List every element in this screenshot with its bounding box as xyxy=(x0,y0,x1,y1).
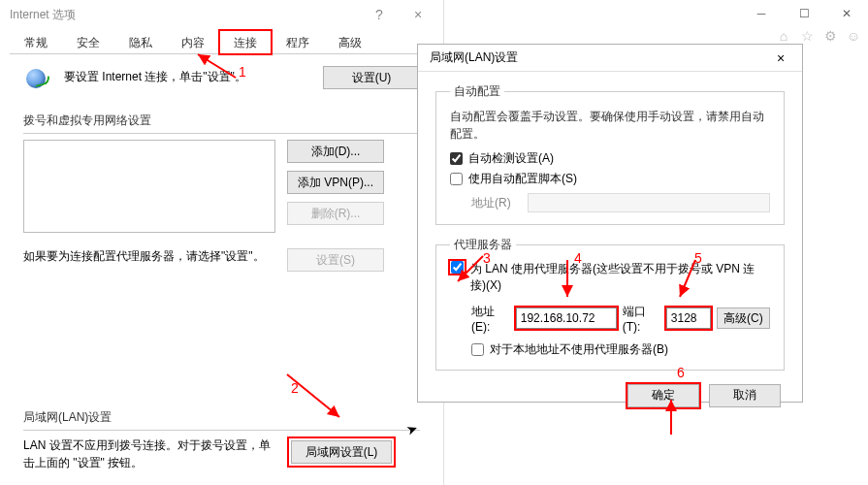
lan-dialog-close-button[interactable]: × xyxy=(767,48,794,69)
proxy-address-label: 地址(E): xyxy=(471,304,510,334)
gear-icon[interactable]: ⚙ xyxy=(821,27,839,45)
smile-icon[interactable]: ☺ xyxy=(845,27,862,45)
autoconfig-desc: 自动配置会覆盖手动设置。要确保使用手动设置，请禁用自动配置。 xyxy=(450,108,770,143)
lan-dialog-title: 局域网(LAN)设置 xyxy=(430,49,767,66)
bypass-local-label: 对于本地地址不使用代理服务器(B) xyxy=(490,341,668,358)
autodetect-checkbox[interactable] xyxy=(450,152,463,165)
setup-button[interactable]: 设置(U) xyxy=(323,66,420,89)
internet-options-window: Internet 选项 ? × 常规 安全 隐私 内容 连接 程序 高级 要设置… xyxy=(0,0,444,485)
internet-setup-text: 要设置 Internet 连接，单击"设置"。 xyxy=(64,66,311,85)
divider xyxy=(23,133,420,134)
proxy-advanced-button[interactable]: 高级(C) xyxy=(717,307,770,329)
parent-minimize-button[interactable]: ─ xyxy=(740,0,783,27)
help-button[interactable]: ? xyxy=(360,1,399,28)
options-close-button[interactable]: × xyxy=(399,1,437,28)
proxy-port-input[interactable] xyxy=(666,307,711,329)
autoconfig-script-checkbox[interactable] xyxy=(450,173,463,185)
tab-programs[interactable]: 程序 xyxy=(272,30,324,54)
autoconfig-script-label: 使用自动配置脚本(S) xyxy=(468,171,577,187)
tab-connections[interactable]: 连接 xyxy=(219,30,272,54)
parent-maximize-button[interactable]: ☐ xyxy=(783,0,825,27)
options-titlebar: Internet 选项 ? × xyxy=(0,0,443,29)
star-icon[interactable]: ☆ xyxy=(798,27,816,45)
lan-settings-dialog: 局域网(LAN)设置 × 自动配置 自动配置会覆盖手动设置。要确保使用手动设置，… xyxy=(417,44,803,403)
options-tabstrip: 常规 安全 隐私 内容 连接 程序 高级 xyxy=(10,29,434,54)
tab-security[interactable]: 安全 xyxy=(62,30,114,54)
tab-privacy[interactable]: 隐私 xyxy=(114,30,167,54)
proxy-address-input[interactable] xyxy=(516,307,617,329)
add-vpn-button[interactable]: 添加 VPN(P)... xyxy=(287,171,384,194)
autoconfig-group: 自动配置 自动配置会覆盖手动设置。要确保使用手动设置，请禁用自动配置。 自动检测… xyxy=(435,83,785,225)
autodetect-label: 自动检测设置(A) xyxy=(468,150,554,167)
ok-button[interactable]: 确定 xyxy=(627,384,699,407)
tab-general[interactable]: 常规 xyxy=(10,30,62,54)
proxy-hint-text: 如果要为连接配置代理服务器，请选择"设置"。 xyxy=(23,248,275,265)
dial-section-label: 拨号和虚拟专用网络设置 xyxy=(23,113,420,129)
connections-listbox[interactable] xyxy=(23,140,275,233)
use-proxy-label: 为 LAN 使用代理服务器(这些设置不用于拨号或 VPN 连接)(X) xyxy=(470,261,770,294)
tab-advanced[interactable]: 高级 xyxy=(324,30,376,54)
parent-close-button[interactable]: ✕ xyxy=(825,0,868,27)
add-connection-button[interactable]: 添加(D)... xyxy=(287,140,384,163)
bypass-local-checkbox[interactable] xyxy=(471,343,484,356)
lan-settings-button[interactable]: 局域网设置(L) xyxy=(291,440,392,464)
lan-dialog-titlebar: 局域网(LAN)设置 × xyxy=(418,45,802,72)
options-title: Internet 选项 xyxy=(10,7,360,23)
proxy-legend: 代理服务器 xyxy=(450,237,516,253)
tab-content[interactable]: 内容 xyxy=(167,30,219,54)
home-icon[interactable]: ⌂ xyxy=(775,27,792,45)
autoconfig-url-input xyxy=(528,193,770,212)
proxy-port-label: 端口(T): xyxy=(623,304,660,334)
divider xyxy=(23,430,420,431)
lan-hint-text: LAN 设置不应用到拨号连接。对于拨号设置，单击上面的 "设置" 按钮。 xyxy=(23,436,275,471)
autoconfig-url-label: 地址(R) xyxy=(471,195,522,211)
internet-globe-icon xyxy=(23,66,52,95)
remove-connection-button: 删除(R)... xyxy=(287,202,384,225)
proxy-group: 代理服务器 为 LAN 使用代理服务器(这些设置不用于拨号或 VPN 连接)(X… xyxy=(435,237,785,371)
connection-settings-button: 设置(S) xyxy=(287,248,384,272)
use-proxy-checkbox[interactable] xyxy=(451,261,464,274)
cancel-button[interactable]: 取消 xyxy=(709,384,781,407)
autoconfig-legend: 自动配置 xyxy=(450,83,504,100)
lan-section-label: 局域网(LAN)设置 xyxy=(23,409,420,426)
